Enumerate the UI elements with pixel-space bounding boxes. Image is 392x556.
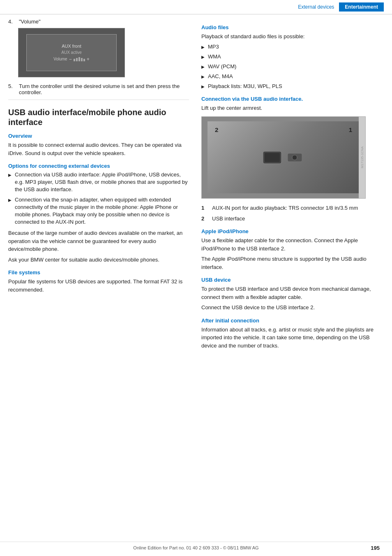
image-label-2: 2	[215, 126, 218, 133]
ask-bmw-text: Ask your BMW center for suitable audio d…	[8, 256, 189, 264]
aux-volume-bar: Volume − +	[53, 56, 89, 62]
section-title-usb: USB audio interface/mobile phone audio i…	[8, 107, 189, 127]
audio-files-list: ▶ MP3 ▶ WMA ▶ WAV (PCM) ▶ AAC, M4A ▶ P	[201, 43, 384, 90]
audio-triangle-5: ▶	[201, 84, 205, 90]
audio-bullet-playlists: ▶ Playback lists: M3U, WPL, PLS	[201, 83, 384, 90]
svg-rect-1	[265, 153, 280, 162]
audio-bullet-mp3-text: MP3	[208, 43, 219, 51]
usb-device-text1: To protect the USB interface and USB dev…	[201, 285, 384, 301]
audio-bullet-aac: ▶ AAC, M4A	[201, 73, 384, 80]
minus-icon: −	[69, 56, 72, 62]
audio-bullet-wma: ▶ WMA	[201, 53, 384, 60]
usb-device-heading: USB device	[201, 277, 384, 283]
vbar-4	[81, 58, 83, 61]
header-external-devices: External devices	[298, 4, 339, 10]
after-initial-heading: After initial connection	[201, 317, 384, 324]
svg-point-3	[292, 155, 297, 160]
audio-triangle-4: ▶	[201, 74, 205, 80]
apple-heading: Apple iPod/iPhone	[201, 228, 384, 234]
footer-text: Online Edition for Part no. 01 40 2 609 …	[133, 545, 258, 550]
audio-triangle-1: ▶	[201, 44, 205, 50]
ann-num-1: 1	[201, 204, 208, 212]
two-column-layout: 4. "Volume" AUX front AUX active Volume …	[0, 19, 392, 352]
vbar-1	[74, 59, 75, 61]
options-bullet-2: ▶ Connection via the snap-in adapter, wh…	[8, 196, 189, 226]
aux-front-label: AUX front	[62, 44, 81, 49]
bullet-triangle-1: ▶	[8, 172, 12, 178]
ann-text-2: USB interface	[212, 215, 245, 222]
overview-heading: Overview	[8, 133, 189, 139]
header-entertainment: Entertainment	[339, 2, 384, 12]
usb-device-text2: Connect the USB device to the USB interf…	[201, 303, 384, 312]
apple-text2: The Apple iPod/iPhone menu structure is …	[201, 255, 384, 271]
annotation-2: 2 USB interface	[201, 215, 384, 222]
audio-bullet-aac-text: AAC, M4A	[208, 73, 233, 80]
vbar-5	[83, 59, 85, 61]
item-5-text: Turn the controller until the desired vo…	[19, 83, 189, 95]
usb-port-svg	[259, 145, 308, 170]
annotation-list: 1 AUX-IN port for audio playback: TRS co…	[201, 204, 384, 222]
ann-text-1: AUX-IN port for audio playback: TRS conn…	[212, 204, 358, 212]
large-number-text: Because of the large number of audio dev…	[8, 229, 189, 253]
left-column: 4. "Volume" AUX front AUX active Volume …	[8, 19, 189, 352]
item-4: 4. "Volume"	[8, 19, 189, 25]
footer-page-number: 195	[371, 545, 380, 551]
options-bullet-1: ▶ Connection via USB audio interface: Ap…	[8, 171, 189, 194]
audio-bullet-playlists-text: Playback lists: M3U, WPL, PLS	[208, 83, 282, 90]
vbar-3	[78, 57, 80, 61]
ann-num-2: 2	[201, 215, 208, 222]
item-5: 5. Turn the controller until the desired…	[8, 83, 189, 95]
connection-usb-heading: Connection via the USB audio interface.	[201, 96, 384, 102]
usb-image: 2 1 M17135-1CNA	[201, 116, 366, 199]
bullet-triangle-2: ▶	[8, 197, 12, 203]
plus-icon: +	[87, 56, 90, 62]
watermark-text: M17135-1CNA	[360, 146, 364, 168]
audio-bullet-wav-text: WAV (PCM)	[208, 63, 236, 70]
image-label-1: 1	[349, 126, 352, 133]
aux-active-label: AUX active	[61, 50, 81, 55]
audio-files-intro: Playback of standard audio files is poss…	[201, 32, 384, 41]
watermark: M17135-1CNA	[359, 117, 365, 198]
aux-image: AUX front AUX active Volume − +	[18, 28, 125, 77]
volume-text: Volume	[53, 57, 67, 61]
apple-text1: Use a flexible adapter cable for the con…	[201, 236, 384, 253]
file-systems-text: Popular file systems for USB devices are…	[8, 278, 189, 294]
audio-files-heading: Audio files	[201, 24, 384, 30]
audio-bullet-wma-text: WMA	[208, 53, 221, 60]
item-5-number: 5.	[8, 83, 16, 95]
options-bullet-2-text: Connection via the snap-in adapter, when…	[15, 196, 189, 226]
section-divider	[8, 100, 189, 100]
vbar-2	[76, 58, 78, 61]
options-bullet-list: ▶ Connection via USB audio interface: Ap…	[8, 171, 189, 226]
right-column: Audio files Playback of standard audio f…	[201, 19, 384, 352]
options-bullet-1-text: Connection via USB audio interface: Appl…	[15, 171, 189, 194]
audio-triangle-2: ▶	[201, 54, 205, 60]
page: External devices Entertainment 4. "Volum…	[0, 0, 392, 556]
annotation-1: 1 AUX-IN port for audio playback: TRS co…	[201, 204, 384, 212]
audio-triangle-3: ▶	[201, 64, 205, 70]
aux-image-inner: AUX front AUX active Volume − +	[26, 34, 117, 71]
volume-bars	[74, 57, 85, 61]
usb-image-inner: 2 1	[208, 121, 360, 193]
header-bar: External devices Entertainment	[0, 0, 392, 14]
connection-usb-text: Lift up the center armrest.	[201, 104, 384, 112]
audio-bullet-mp3: ▶ MP3	[201, 43, 384, 51]
audio-bullet-wav: ▶ WAV (PCM)	[201, 63, 384, 70]
item-4-text: "Volume"	[19, 19, 41, 25]
file-systems-heading: File systems	[8, 269, 189, 276]
after-initial-text: Information about all tracks, e.g. artis…	[201, 326, 384, 350]
overview-text: It is possible to connect external audio…	[8, 141, 189, 157]
item-4-number: 4.	[8, 19, 16, 25]
options-heading: Options for connecting external devices	[8, 163, 189, 169]
footer: Online Edition for Part no. 01 40 2 609 …	[0, 542, 392, 550]
